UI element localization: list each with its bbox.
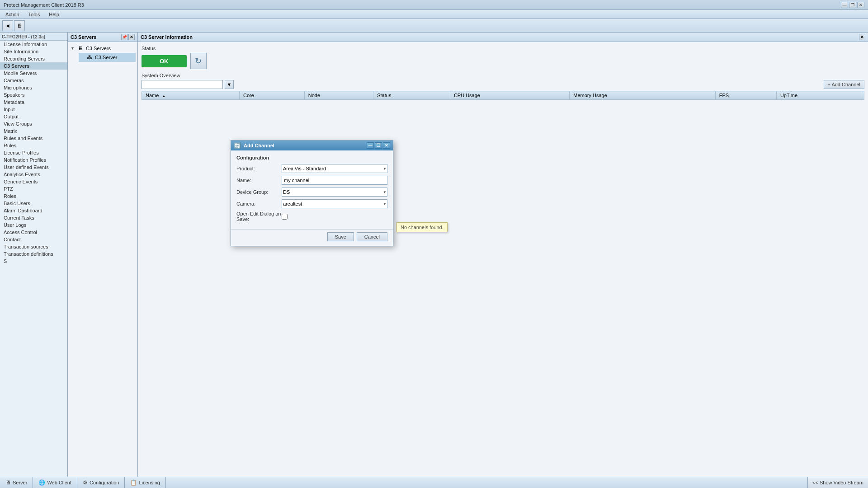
- sidebar-item-transaction-sources[interactable]: Transaction sources: [0, 243, 67, 250]
- col-status[interactable]: Status: [373, 91, 450, 100]
- channels-table: Name ▲ Core Node Status CPU Usage Memory…: [142, 91, 864, 100]
- tree-panel-header-buttons: 📌 ✕: [121, 34, 135, 40]
- sidebar-item-mobile-servers[interactable]: Mobile Servers: [0, 70, 67, 77]
- product-select[interactable]: ArealVis - StandardArealVis - Pro: [282, 164, 387, 173]
- filter-button[interactable]: ▼: [225, 80, 234, 89]
- no-channels-tooltip: No channels found.: [396, 222, 448, 232]
- tab-configuration-label: Configuration: [90, 480, 119, 485]
- tab-licensing[interactable]: 📋 Licensing: [125, 477, 165, 488]
- sidebar-item-rules-and-events[interactable]: Rules and Events: [0, 135, 67, 142]
- sidebar-item-c3-servers[interactable]: C3 Servers: [0, 62, 67, 70]
- product-label: Product:: [236, 166, 282, 171]
- tree-panel-pin-button[interactable]: 📌: [121, 34, 127, 40]
- ok-button[interactable]: OK: [142, 55, 187, 67]
- sidebar-item-cameras[interactable]: Cameras: [0, 77, 67, 84]
- app-title: Protect Management Client 2018 R3: [4, 2, 84, 8]
- dialog-title: Add Channel: [244, 143, 274, 148]
- sidebar-item-rules[interactable]: Rules: [0, 142, 67, 149]
- minimize-button[interactable]: —: [841, 2, 848, 8]
- sidebar-item-access-control[interactable]: Access Control: [0, 229, 67, 236]
- tree-child-container: 🖧 C3 Server: [79, 53, 136, 62]
- tree-panel-close-button[interactable]: ✕: [128, 34, 135, 40]
- camera-label: Camera:: [236, 201, 282, 206]
- tab-server[interactable]: 🖥 Server: [0, 477, 33, 488]
- camera-select[interactable]: arealtest: [282, 199, 387, 208]
- content-area: C3 Server Information ✕ Status OK ↻ Syst…: [138, 33, 868, 477]
- tab-web-client-label: Web Client: [47, 480, 71, 485]
- sidebar-item-user-defined-events[interactable]: User-defined Events: [0, 164, 67, 171]
- menu-tools[interactable]: Tools: [25, 11, 44, 18]
- show-video-stream-button[interactable]: << Show Video Stream: [807, 477, 868, 488]
- sidebar-item-generic-events[interactable]: Generic Events: [0, 178, 67, 185]
- server-tab-icon: 🖥: [5, 479, 11, 486]
- close-button[interactable]: ✕: [857, 2, 864, 8]
- tab-configuration[interactable]: ⚙ Configuration: [77, 477, 125, 488]
- content-header-close-button[interactable]: ✕: [859, 34, 865, 40]
- sidebar-item-microphones[interactable]: Microphones: [0, 84, 67, 91]
- col-fps[interactable]: FPS: [715, 91, 776, 100]
- col-core[interactable]: Core: [239, 91, 304, 100]
- sidebar-item-ptz[interactable]: PTZ: [0, 185, 67, 192]
- sidebar-item-contact[interactable]: Contact: [0, 236, 67, 243]
- sidebar-item-current-tasks[interactable]: Current Tasks: [0, 214, 67, 221]
- sidebar-item-license-profiles[interactable]: License Profiles: [0, 149, 67, 156]
- col-uptime[interactable]: UpTime: [776, 91, 864, 100]
- tree-expand-icon: ▼: [71, 46, 76, 51]
- toolbar-back-button[interactable]: ◄: [2, 20, 13, 31]
- device-group-select[interactable]: DS: [282, 188, 387, 197]
- col-cpu[interactable]: CPU Usage: [450, 91, 569, 100]
- status-section: Status OK ↻: [142, 46, 864, 69]
- sidebar-server-label: C-TFG2RE9 - (12.3a): [0, 33, 67, 41]
- sidebar-item-metadata[interactable]: Metadata: [0, 99, 67, 106]
- sidebar-item-output[interactable]: Output: [0, 113, 67, 120]
- cancel-button[interactable]: Cancel: [357, 232, 387, 241]
- add-channel-button[interactable]: + Add Channel: [824, 80, 864, 89]
- sidebar-item-notification-profiles[interactable]: Notification Profiles: [0, 156, 67, 164]
- sidebar-item-roles[interactable]: Roles: [0, 192, 67, 200]
- open-edit-checkbox[interactable]: [282, 214, 288, 220]
- menu-action[interactable]: Action: [2, 11, 23, 18]
- save-button[interactable]: Save: [327, 232, 354, 241]
- dialog-close-button[interactable]: ✕: [383, 142, 390, 149]
- sidebar-item-analytics-events[interactable]: Analytics Events: [0, 171, 67, 178]
- tree-item-c3-servers[interactable]: ▼ 🖥 C3 Servers: [70, 44, 136, 53]
- col-name[interactable]: Name ▲: [142, 91, 240, 100]
- sidebar-item-input[interactable]: Input: [0, 106, 67, 113]
- toolbar-icon-button[interactable]: 🖥: [14, 20, 25, 31]
- sidebar-item-alarm-dashboard[interactable]: Alarm Dashboard: [0, 207, 67, 214]
- dialog-restore-button[interactable]: ❐: [375, 142, 382, 149]
- name-input[interactable]: [282, 176, 387, 185]
- open-edit-row: Open Edit Dialog on Save:: [236, 211, 387, 222]
- col-memory[interactable]: Memory Usage: [570, 91, 715, 100]
- refresh-button[interactable]: ↻: [190, 53, 207, 69]
- device-group-select-wrapper: DS ▼: [282, 188, 387, 197]
- sidebar-item-user-logs[interactable]: User Logs: [0, 221, 67, 229]
- content-body: Status OK ↻ System Overview ▼ + Add Chan…: [138, 42, 868, 477]
- tree-panel-title: C3 Servers: [71, 34, 97, 40]
- sidebar-item-view-groups[interactable]: View Groups: [0, 120, 67, 127]
- sidebar-item-s[interactable]: S: [0, 258, 67, 265]
- add-channel-dialog: 🔄 Add Channel — ❐ ✕ Configuration Produc…: [231, 140, 393, 246]
- col-node[interactable]: Node: [304, 91, 373, 100]
- web-client-tab-icon: 🌐: [38, 479, 45, 486]
- sidebar-item-matrix[interactable]: Matrix: [0, 127, 67, 135]
- tab-web-client[interactable]: 🌐 Web Client: [33, 477, 77, 488]
- toolbar: ◄ 🖥: [0, 19, 868, 33]
- open-edit-label: Open Edit Dialog on Save:: [236, 211, 282, 222]
- status-buttons: OK ↻: [142, 53, 864, 69]
- sidebar-item-recording-servers[interactable]: Recording Servers: [0, 55, 67, 62]
- tree-item-c3-server[interactable]: 🖧 C3 Server: [79, 53, 136, 62]
- filter-input[interactable]: [142, 80, 223, 89]
- sidebar-item-transaction-definitions[interactable]: Transaction definitions: [0, 250, 67, 258]
- tree-content: ▼ 🖥 C3 Servers 🖧 C3 Server: [68, 42, 137, 477]
- menu-help[interactable]: Help: [45, 11, 63, 18]
- title-bar: Protect Management Client 2018 R3 — ❐ ✕: [0, 0, 868, 10]
- sidebar-item-site-information[interactable]: Site Information: [0, 48, 67, 55]
- sidebar-item-basic-users[interactable]: Basic Users: [0, 200, 67, 207]
- restore-button[interactable]: ❐: [849, 2, 856, 8]
- sidebar-item-speakers[interactable]: Speakers: [0, 91, 67, 99]
- sidebar-item-license-information[interactable]: License Information: [0, 41, 67, 48]
- tree-panel: C3 Servers 📌 ✕ ▼ 🖥 C3 Servers 🖧 C3 Serve…: [68, 33, 138, 477]
- sort-arrow-name: ▲: [162, 94, 165, 98]
- dialog-minimize-button[interactable]: —: [367, 142, 374, 149]
